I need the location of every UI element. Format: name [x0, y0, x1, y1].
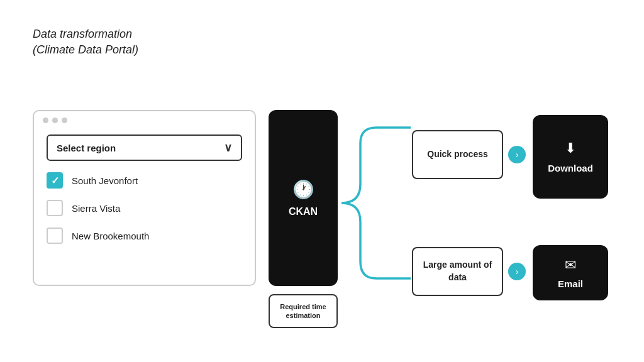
list-item[interactable]: Sierra Vista [47, 200, 242, 216]
sierra-vista-label: Sierra Vista [72, 203, 120, 214]
dot-2 [52, 118, 58, 123]
checkbox-south-jevonfort[interactable] [47, 172, 63, 189]
ckan-label: CKAN [289, 206, 318, 217]
large-amount-box: Large amount of data [412, 247, 503, 296]
chevron-down-icon: ∨ [224, 141, 232, 155]
south-jevonfort-label: South Jevonfort [72, 175, 138, 186]
arrow-circle-bottom: › [508, 263, 526, 280]
arrow-right-icon-bottom: › [516, 266, 519, 277]
download-icon: ⬇ [565, 140, 576, 156]
select-region-dropdown[interactable]: Select region ∨ [47, 134, 242, 161]
checkbox-new-brookemouth[interactable] [47, 228, 63, 244]
browser-panel: Select region ∨ South Jevonfort Sierra V… [33, 110, 256, 286]
arrow-right-icon-top: › [516, 150, 519, 160]
download-card: ⬇ Download [533, 115, 608, 199]
clock-icon: 🕐 [292, 179, 314, 200]
download-label: Download [548, 163, 593, 173]
list-item[interactable]: South Jevonfort [47, 172, 242, 189]
required-time-label: Required time estimation [270, 302, 336, 321]
quick-process-label: Quick process [427, 148, 488, 161]
ckan-card: 🕐 CKAN [269, 110, 338, 286]
checkbox-sierra-vista[interactable] [47, 200, 63, 216]
checkbox-list: South Jevonfort Sierra Vista New Brookem… [34, 161, 255, 244]
dot-1 [43, 118, 48, 123]
new-brookemouth-label: New Brookemouth [72, 231, 149, 241]
select-region-label: Select region [57, 143, 116, 153]
page-title: Data transformation (Climate Data Portal… [33, 26, 138, 58]
email-icon: ✉ [565, 257, 576, 273]
required-time-box: Required time estimation [269, 294, 338, 328]
quick-process-box: Quick process [412, 130, 503, 179]
arrow-circle-top: › [508, 146, 526, 163]
email-card: ✉ Email [533, 245, 608, 300]
dot-3 [62, 118, 67, 123]
browser-dots [34, 111, 255, 129]
list-item[interactable]: New Brookemouth [47, 228, 242, 244]
large-amount-label: Large amount of data [413, 259, 502, 283]
email-label: Email [558, 278, 583, 289]
brace-connector [341, 124, 411, 282]
